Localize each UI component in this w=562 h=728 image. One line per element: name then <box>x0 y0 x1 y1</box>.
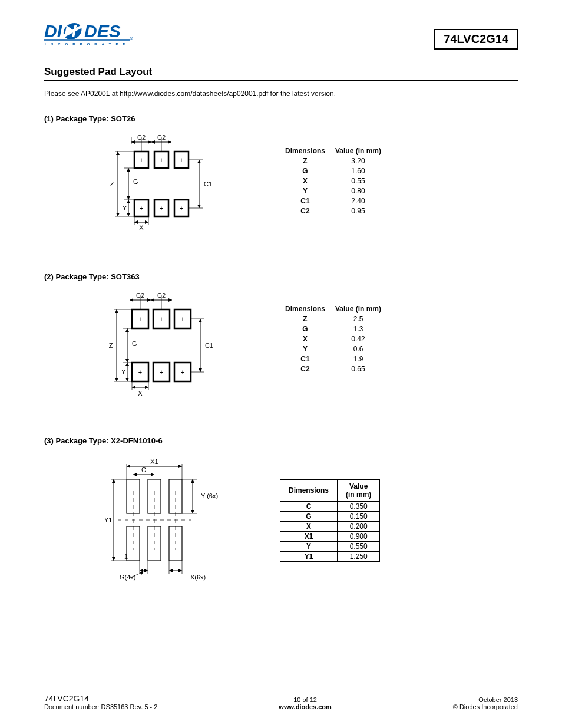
svg-text:Z: Z <box>110 180 114 187</box>
svg-marker-74 <box>130 298 133 302</box>
svg-marker-133 <box>191 510 194 513</box>
pkg2-heading: (2) Package Type: SOT363 <box>44 272 518 281</box>
table-sot26: DimensionsValue (in mm) Z3.20 G1.60 X0.5… <box>280 146 386 216</box>
svg-text:+: + <box>160 315 163 322</box>
svg-text:I N C O R P O R A T E D: I N C O R P O R A T E D <box>45 42 127 46</box>
svg-text:+: + <box>140 156 143 163</box>
svg-marker-78 <box>151 298 154 302</box>
svg-text:+: + <box>138 368 142 375</box>
svg-marker-124 <box>127 465 130 468</box>
svg-text:+: + <box>180 156 183 163</box>
diagram-x2dfn: X1 C Y (6x) Y1 1 <box>85 456 239 591</box>
intro-text: Please see AP02001 at http://www.diodes.… <box>44 90 518 98</box>
svg-marker-132 <box>191 479 194 483</box>
svg-marker-41 <box>127 196 130 200</box>
svg-marker-102 <box>125 363 129 366</box>
svg-marker-85 <box>115 378 118 381</box>
svg-text:+: + <box>140 205 143 212</box>
footer-page: 10 of 12 <box>279 696 331 703</box>
svg-marker-107 <box>145 386 148 389</box>
svg-marker-34 <box>116 151 120 155</box>
svg-marker-27 <box>151 140 155 144</box>
table-x2dfn: DimensionsValue(in mm) C0.350 G0.150 X0.… <box>280 479 380 562</box>
svg-marker-97 <box>199 368 202 372</box>
svg-text:X: X <box>138 390 143 397</box>
svg-text:+: + <box>181 315 184 322</box>
logo: DI DES R I N C O R P O R A T E D <box>44 21 133 47</box>
svg-text:Y1: Y1 <box>104 516 112 523</box>
svg-text:C1: C1 <box>205 342 213 349</box>
svg-marker-139 <box>112 557 115 561</box>
footer: 74LVC2G14 Document number: DS35163 Rev. … <box>44 694 518 710</box>
svg-text:DES: DES <box>84 21 121 41</box>
svg-marker-138 <box>112 479 115 483</box>
svg-text:Y: Y <box>121 368 126 375</box>
svg-text:+: + <box>160 205 163 212</box>
pkg1-heading: (1) Package Type: SOT26 <box>44 114 518 123</box>
svg-marker-153 <box>169 569 173 572</box>
svg-marker-103 <box>125 378 129 381</box>
svg-text:X(6x): X(6x) <box>190 574 206 581</box>
svg-text:+: + <box>160 368 163 375</box>
svg-text:Y (6x): Y (6x) <box>201 492 218 499</box>
svg-marker-23 <box>131 140 135 144</box>
svg-marker-128 <box>133 473 137 476</box>
svg-text:+: + <box>180 205 183 212</box>
svg-marker-35 <box>116 213 120 216</box>
svg-marker-47 <box>197 205 201 208</box>
svg-text:C1: C1 <box>204 180 212 187</box>
svg-text:+: + <box>160 156 163 163</box>
svg-marker-154 <box>178 569 182 572</box>
svg-marker-96 <box>199 319 202 322</box>
svg-text:1: 1 <box>124 553 128 560</box>
table-sot363: DimensionsValue (in mm) Z2.5 G1.3 X0.42 … <box>280 304 386 374</box>
svg-marker-75 <box>147 298 151 302</box>
diagram-sot363: +++ +++ C2 C2 Z G <box>94 292 230 404</box>
section-title: Suggested Pad Layout <box>44 66 518 81</box>
svg-marker-56 <box>134 220 138 224</box>
svg-text:+: + <box>138 315 142 322</box>
svg-marker-129 <box>151 473 154 476</box>
svg-marker-106 <box>132 386 135 389</box>
svg-text:Z: Z <box>109 342 113 349</box>
svg-marker-146 <box>144 569 148 572</box>
pkg3-heading: (3) Package Type: X2-DFN1010-6 <box>44 436 518 445</box>
svg-marker-91 <box>125 359 129 363</box>
svg-marker-40 <box>127 168 130 172</box>
svg-marker-46 <box>197 160 201 163</box>
diagram-sot26: + + + + + + C2 C2 <box>94 134 230 240</box>
footer-copy: © Diodes Incorporated <box>453 703 518 710</box>
svg-text:Y: Y <box>123 205 127 212</box>
svg-marker-79 <box>168 298 172 302</box>
part-number-box: 74LVC2G14 <box>434 29 518 50</box>
svg-text:+: + <box>181 368 184 375</box>
svg-marker-24 <box>148 140 151 144</box>
svg-marker-28 <box>168 140 171 144</box>
footer-url: www.diodes.com <box>279 703 331 710</box>
svg-text:G(4x): G(4x) <box>120 574 136 581</box>
footer-date: October 2013 <box>453 696 518 703</box>
svg-text:G: G <box>133 178 138 185</box>
svg-marker-53 <box>127 213 130 216</box>
svg-text:X: X <box>139 224 144 231</box>
svg-marker-125 <box>178 465 182 468</box>
svg-marker-52 <box>127 200 130 203</box>
svg-marker-57 <box>145 220 148 224</box>
svg-marker-90 <box>125 328 129 332</box>
svg-marker-84 <box>115 309 118 313</box>
svg-text:X1: X1 <box>150 458 158 465</box>
svg-text:G: G <box>132 340 137 347</box>
svg-text:C: C <box>141 466 146 473</box>
footer-doc: Document number: DS35163 Rev. 5 - 2 <box>44 703 157 710</box>
footer-part: 74LVC2G14 <box>44 694 157 703</box>
